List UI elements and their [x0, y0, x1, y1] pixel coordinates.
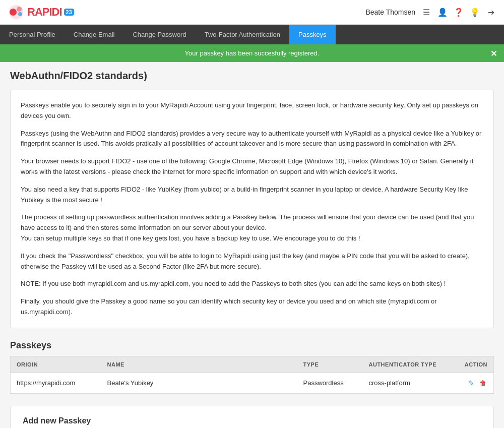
col-header-auth-type: AUTHENTICATOR TYPE [363, 356, 454, 373]
success-banner: Your passkey has been succesfully regist… [0, 44, 504, 62]
nav-personal-profile[interactable]: Personal Profile [0, 25, 65, 44]
nav-bar: Personal Profile Change Email Change Pas… [0, 25, 504, 44]
page-content: WebAuthn/FIDO2 standards) Passkeys enabl… [0, 62, 504, 428]
page-title: WebAuthn/FIDO2 standards) [10, 70, 494, 82]
nav-passkeys[interactable]: Passkeys [289, 25, 336, 44]
banner-close-button[interactable]: ✕ [490, 48, 497, 58]
add-passkey-title: Add new Passkey [23, 416, 481, 425]
hamburger-icon[interactable]: ☰ [421, 7, 431, 17]
info-p3: Your browser needs to support FIDO2 - us… [21, 156, 483, 177]
cell-action: ✎ 🗑 [454, 373, 494, 393]
col-header-action: ACTION [454, 356, 494, 373]
passkeys-table: ORIGIN NAME TYPE AUTHENTICATOR TYPE ACTI… [10, 356, 494, 394]
svg-point-2 [17, 7, 22, 12]
info-p6: If you check the "Passwordless" checkbox… [21, 251, 483, 272]
info-p8: Finally, you should give the Passkey a g… [21, 296, 483, 318]
help-icon[interactable]: ❓ [454, 7, 464, 17]
col-header-origin: ORIGIN [11, 356, 101, 373]
bulb-icon[interactable]: 💡 [470, 7, 480, 17]
info-p4: You also need a key that supports FIDO2 … [21, 185, 483, 206]
svg-point-3 [18, 12, 22, 16]
info-p5: The process of setting up passwordless a… [21, 212, 483, 243]
info-p7: NOTE: If you use both myrapidi.com and u… [21, 279, 483, 289]
table-header-row: ORIGIN NAME TYPE AUTHENTICATOR TYPE ACTI… [11, 356, 494, 373]
cell-type: Passwordless [297, 373, 363, 393]
top-header: RAPIDI 23 Beate Thomsen ☰ 👤 ❓ 💡 ➔ [0, 0, 504, 25]
logo-text: RAPIDI [27, 6, 62, 19]
cell-name: Beate's Yubikey [101, 373, 297, 393]
rapidi-logo-icon [8, 4, 24, 20]
banner-message: Your passkey has been succesfully regist… [185, 49, 320, 57]
header-right: Beate Thomsen ☰ 👤 ❓ 💡 ➔ [365, 7, 496, 17]
info-box: Passkeys enable you to securely sign in … [10, 90, 494, 328]
cell-origin: https://myrapidi.com [11, 373, 101, 393]
svg-point-1 [10, 9, 17, 16]
user-icon[interactable]: 👤 [437, 7, 448, 17]
col-header-type: TYPE [297, 356, 363, 373]
add-passkey-box: Add new Passkey Name Passwordless Add Pa… [10, 406, 494, 428]
username-display: Beate Thomsen [365, 8, 415, 16]
logo-area: RAPIDI 23 [8, 4, 74, 20]
logo-badge: 23 [64, 9, 74, 16]
nav-two-factor[interactable]: Two-Factor Authentication [196, 25, 289, 44]
info-p2: Passkeys (using the WebAuthn and FIDO2 s… [21, 129, 483, 150]
logout-icon[interactable]: ➔ [486, 7, 496, 17]
edit-passkey-icon[interactable]: ✎ [467, 378, 475, 388]
cell-auth-type: cross-platform [363, 373, 454, 393]
nav-change-password[interactable]: Change Password [123, 25, 195, 44]
nav-change-email[interactable]: Change Email [65, 25, 124, 44]
table-row: https://myrapidi.com Beate's Yubikey Pas… [11, 373, 494, 393]
delete-passkey-icon[interactable]: 🗑 [478, 378, 487, 388]
passkeys-section-title: Passkeys [10, 340, 494, 351]
info-p1: Passkeys enable you to securely sign in … [21, 100, 483, 121]
col-header-name: NAME [101, 356, 297, 373]
